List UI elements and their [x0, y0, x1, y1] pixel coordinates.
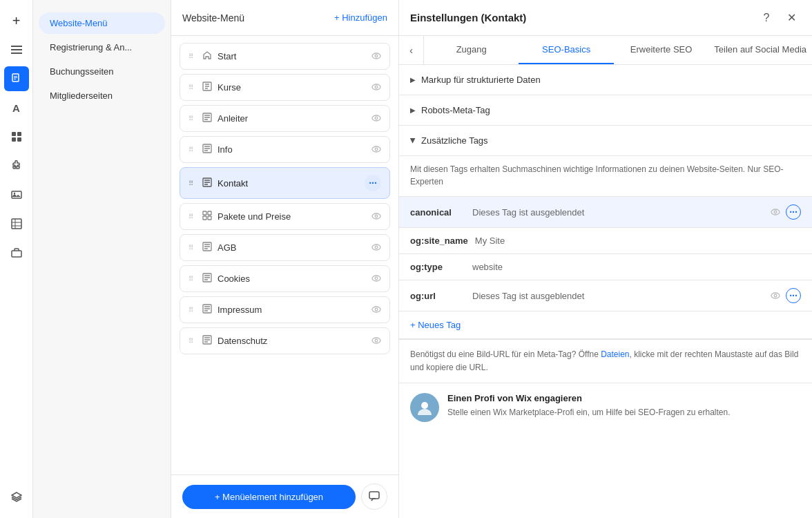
add-tag-button[interactable]: + Neues Tag — [410, 320, 461, 330]
drag-handle: ⠿ — [188, 275, 197, 282]
svg-rect-9 — [12, 137, 16, 142]
tag-more-button-og-url[interactable]: ··· — [786, 288, 801, 303]
sidebar-item-registrierung[interactable]: Registrierung & An... — [39, 37, 165, 58]
zusaetzliche-section-label: Zusätzliche Tags — [421, 135, 488, 146]
menu-item-cookies[interactable]: ⠿ Cookies — [180, 265, 390, 292]
middle-header: Website-Menü + Hinzufügen — [171, 0, 398, 36]
svg-point-50 — [774, 211, 777, 213]
profi-avatar — [410, 393, 439, 422]
help-button[interactable]: ? — [757, 8, 776, 28]
add-menu-item-link[interactable]: + Hinzufügen — [334, 12, 387, 23]
tab-teilen[interactable]: Teilen auf Social Media — [708, 36, 812, 64]
anleiter-page-icon — [202, 113, 212, 124]
svg-point-53 — [421, 402, 428, 409]
drag-handle: ⠿ — [188, 244, 197, 251]
tab-erweiterte-seo[interactable]: Erweiterte SEO — [614, 36, 708, 64]
drag-handle: ⠿ — [188, 115, 197, 122]
svg-point-28 — [375, 148, 378, 151]
svg-point-37 — [372, 244, 380, 250]
drag-handle: ⠿ — [188, 146, 197, 153]
eye-icon — [371, 113, 381, 124]
add-icon-button[interactable]: + — [4, 8, 29, 33]
zusaetzliche-section: ▶ Zusätzliche Tags Mit diesen Tags erhal… — [399, 126, 812, 339]
sidebar-item-website-menue[interactable]: Website-Menü — [39, 12, 165, 34]
add-tag-row: + Neues Tag — [399, 311, 812, 338]
menu-items-list: ⠿ Start ⠿ Kurse ⠿ Anleite — [171, 36, 398, 474]
menu-item-anleiter[interactable]: ⠿ Anleiter — [180, 105, 390, 132]
menu-item-label: Pakete und Preise — [218, 211, 371, 222]
tag-actions: ··· — [771, 204, 801, 220]
start-page-icon — [202, 50, 212, 62]
tag-eye-icon-og-url — [771, 291, 780, 301]
svg-rect-31 — [208, 211, 211, 215]
datenschutz-page-icon — [202, 335, 212, 347]
menu-item-impressum[interactable]: ⠿ Impressum — [180, 296, 390, 323]
pages-icon-button[interactable] — [4, 66, 29, 91]
tag-more-button[interactable]: ··· — [786, 204, 801, 220]
menu-item-kontakt[interactable]: ⠿ Kontakt ··· — [180, 167, 390, 199]
menu-icon-button[interactable] — [4, 37, 29, 62]
chat-button[interactable] — [361, 483, 387, 510]
info-page-icon — [202, 144, 212, 155]
profi-text: Einen Profi von Wix engagieren Stelle ei… — [447, 393, 731, 419]
table-icon-button[interactable] — [4, 211, 29, 236]
tag-row-canonical[interactable]: canonical Dieses Tag ist ausgeblendet ··… — [399, 196, 812, 227]
font-icon-button[interactable]: A — [4, 95, 29, 120]
middle-panel: Website-Menü + Hinzufügen ⠿ Start ⠿ Kurs… — [171, 0, 399, 518]
agb-page-icon — [202, 242, 212, 253]
svg-rect-11 — [12, 191, 21, 198]
right-panel: Einstellungen (Kontakt) ? ✕ ‹ Zugang SEO… — [399, 0, 812, 518]
menu-item-start[interactable]: ⠿ Start — [180, 43, 390, 70]
eye-icon — [371, 274, 381, 284]
sidebar-item-buchungsseiten[interactable]: Buchungsseiten — [39, 61, 165, 82]
close-button[interactable]: ✕ — [782, 8, 801, 28]
svg-point-19 — [375, 55, 378, 57]
tag-row-og-url[interactable]: og:url Dieses Tag ist ausgeblendet ··· — [399, 280, 812, 311]
robots-section-header[interactable]: ▶ Robots-Meta-Tag — [399, 95, 812, 126]
zusaetzliche-section-header[interactable]: ▶ Zusätzliche Tags — [399, 126, 812, 156]
sidebar-item-mitgliederseiten[interactable]: Mitgliederseiten — [39, 85, 165, 106]
svg-point-35 — [375, 215, 378, 218]
tag-value-og-url: Dieses Tag ist ausgeblendet — [472, 291, 771, 301]
tag-name-og-type: og:type — [410, 262, 465, 272]
briefcase-icon-button[interactable] — [4, 240, 29, 265]
tabs-row: ‹ Zugang SEO-Basics Erweiterte SEO Teile… — [399, 36, 812, 65]
add-menu-element-button[interactable]: + Menüelement hinzufügen — [182, 485, 356, 509]
menu-item-info[interactable]: ⠿ Info — [180, 136, 390, 163]
menu-item-agb[interactable]: ⠿ AGB — [180, 234, 390, 261]
profi-section: Einen Profi von Wix engagieren Stelle ei… — [399, 383, 812, 432]
menu-item-pakete[interactable]: ⠿ Pakete und Preise — [180, 203, 390, 230]
dateien-link[interactable]: Dateien — [601, 349, 629, 359]
svg-point-27 — [372, 146, 380, 152]
tag-row-og-type[interactable]: og:type website — [399, 253, 812, 280]
menu-item-kurse[interactable]: ⠿ Kurse — [180, 74, 390, 101]
middle-footer: + Menüelement hinzufügen — [171, 474, 398, 518]
robots-arrow-icon: ▶ — [410, 106, 416, 114]
svg-point-47 — [375, 339, 378, 342]
svg-rect-17 — [12, 251, 21, 257]
tags-description: Mit diesen Tags erhalten Suchmaschinen w… — [399, 156, 812, 196]
menu-item-datenschutz[interactable]: ⠿ Datenschutz — [180, 327, 390, 354]
tag-row-og-site-name[interactable]: og:site_name My Site — [399, 227, 812, 253]
eye-icon — [371, 305, 381, 315]
right-panel-header: Einstellungen (Kontakt) ? ✕ — [399, 0, 812, 36]
svg-point-49 — [771, 209, 780, 215]
apps-icon-button[interactable] — [4, 124, 29, 149]
menu-item-label: Anleiter — [218, 113, 371, 124]
pakete-page-icon — [202, 211, 212, 222]
svg-point-24 — [372, 115, 380, 121]
svg-point-38 — [375, 246, 378, 249]
eye-icon — [371, 51, 381, 61]
tab-seo-basics[interactable]: SEO-Basics — [519, 36, 613, 64]
more-options-icon[interactable]: ··· — [365, 175, 381, 191]
menu-item-label: Start — [218, 51, 371, 61]
markup-section-header[interactable]: ▶ Markup für strukturierte Daten — [399, 65, 812, 95]
kurse-page-icon — [202, 81, 212, 93]
right-panel-title: Einstellungen (Kontakt) — [410, 12, 526, 23]
tab-zugang[interactable]: Zugang — [424, 36, 519, 64]
layers-icon-button[interactable] — [4, 485, 29, 510]
tab-back-button[interactable]: ‹ — [399, 36, 424, 64]
media-icon-button[interactable] — [4, 182, 29, 207]
tag-name-og-url: og:url — [410, 291, 465, 301]
puzzle-icon-button[interactable] — [4, 153, 29, 178]
